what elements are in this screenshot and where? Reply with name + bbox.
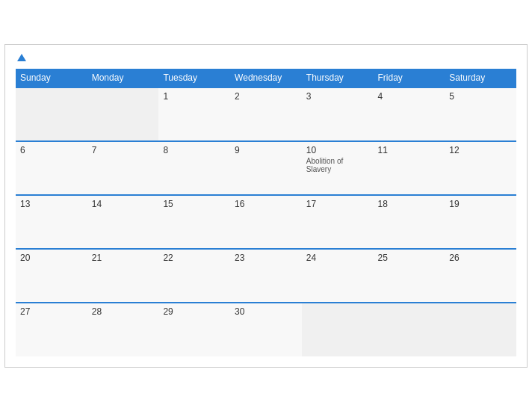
calendar-cell: 4 xyxy=(374,87,445,141)
week-row-1: 12345 xyxy=(16,87,516,141)
day-number: 1 xyxy=(163,91,226,102)
calendar-cell: 29 xyxy=(158,303,230,356)
calendar-cell: 10Abolition of Slavery xyxy=(302,141,374,195)
calendar-cell: 14 xyxy=(87,195,159,249)
day-number: 20 xyxy=(20,253,83,263)
day-number: 6 xyxy=(20,145,83,155)
logo-triangle-icon xyxy=(17,54,26,61)
day-number: 12 xyxy=(449,145,512,155)
day-number: 10 xyxy=(306,145,369,155)
calendar-cell xyxy=(445,303,516,356)
calendar-cell: 21 xyxy=(87,249,159,303)
day-number: 25 xyxy=(378,253,441,263)
day-number: 13 xyxy=(20,199,83,209)
day-number: 19 xyxy=(449,199,512,209)
calendar-cell: 25 xyxy=(374,249,445,303)
logo-area xyxy=(16,54,26,61)
day-number: 16 xyxy=(235,199,297,209)
day-number: 28 xyxy=(92,306,155,317)
calendar-cell: 7 xyxy=(87,141,159,195)
calendar-cell: 15 xyxy=(158,195,230,249)
week-row-3: 13141516171819 xyxy=(16,195,516,249)
day-number: 29 xyxy=(163,306,226,317)
calendar-cell: 30 xyxy=(230,303,302,356)
calendar-cell: 22 xyxy=(158,249,230,303)
calendar-cell: 1 xyxy=(158,87,230,141)
day-number: 8 xyxy=(163,145,226,155)
day-number: 18 xyxy=(378,199,441,209)
calendar-cell xyxy=(16,87,87,141)
event-label: Abolition of Slavery xyxy=(306,157,369,173)
calendar-cell: 3 xyxy=(302,87,374,141)
calendar-cell: 18 xyxy=(374,195,445,249)
week-row-4: 20212223242526 xyxy=(16,249,516,303)
day-number: 14 xyxy=(92,199,155,209)
calendar-header xyxy=(16,54,516,61)
calendar-cell: 19 xyxy=(445,195,516,249)
weekday-header-saturday: Saturday xyxy=(445,69,516,87)
calendar-cell xyxy=(87,87,159,141)
day-number: 24 xyxy=(306,253,369,263)
calendar-cell: 13 xyxy=(16,195,87,249)
calendar-grid: SundayMondayTuesdayWednesdayThursdayFrid… xyxy=(16,69,516,356)
weekday-header-sunday: Sunday xyxy=(16,69,87,87)
day-number: 26 xyxy=(449,253,512,263)
calendar-cell: 28 xyxy=(87,303,159,356)
day-number: 9 xyxy=(235,145,297,155)
calendar-cell: 20 xyxy=(16,249,87,303)
calendar-container: SundayMondayTuesdayWednesdayThursdayFrid… xyxy=(4,44,528,368)
day-number: 2 xyxy=(235,91,297,102)
calendar-cell: 9 xyxy=(230,141,302,195)
calendar-cell: 2 xyxy=(230,87,302,141)
calendar-cell: 8 xyxy=(158,141,230,195)
calendar-cell: 11 xyxy=(374,141,445,195)
day-number: 30 xyxy=(235,306,297,317)
day-number: 23 xyxy=(235,253,297,263)
day-number: 21 xyxy=(92,253,155,263)
day-number: 3 xyxy=(306,91,369,102)
day-number: 15 xyxy=(163,199,226,209)
weekday-header-monday: Monday xyxy=(87,69,159,87)
day-number: 5 xyxy=(449,91,512,102)
calendar-cell: 23 xyxy=(230,249,302,303)
weekday-header-thursday: Thursday xyxy=(302,69,374,87)
calendar-cell xyxy=(302,303,374,356)
day-number: 27 xyxy=(20,306,83,317)
day-number: 17 xyxy=(306,199,369,209)
week-row-2: 678910Abolition of Slavery1112 xyxy=(16,141,516,195)
calendar-cell: 5 xyxy=(445,87,516,141)
calendar-cell: 6 xyxy=(16,141,87,195)
weekday-header-friday: Friday xyxy=(374,69,445,87)
weekday-header-tuesday: Tuesday xyxy=(158,69,230,87)
calendar-cell: 16 xyxy=(230,195,302,249)
weekday-header-row: SundayMondayTuesdayWednesdayThursdayFrid… xyxy=(16,69,516,87)
calendar-cell: 12 xyxy=(445,141,516,195)
week-row-5: 27282930 xyxy=(16,303,516,356)
day-number: 11 xyxy=(378,145,441,155)
calendar-cell: 26 xyxy=(445,249,516,303)
weekday-header-wednesday: Wednesday xyxy=(230,69,302,87)
day-number: 7 xyxy=(92,145,155,155)
calendar-cell: 27 xyxy=(16,303,87,356)
calendar-cell xyxy=(374,303,445,356)
calendar-cell: 17 xyxy=(302,195,374,249)
day-number: 4 xyxy=(378,91,441,102)
calendar-cell: 24 xyxy=(302,249,374,303)
day-number: 22 xyxy=(163,253,226,263)
